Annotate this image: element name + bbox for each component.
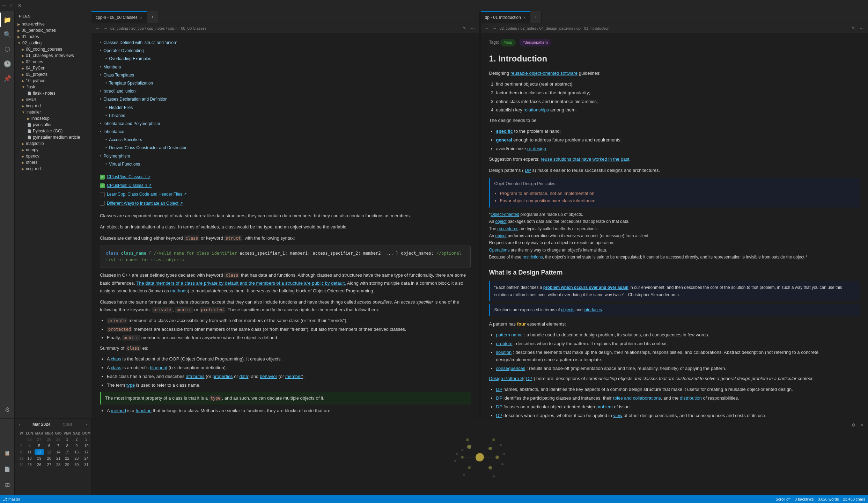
suggestion: Suggestion from experts: reuse solutions…	[489, 155, 860, 163]
activity-icon-bottom-2[interactable]: 📄	[0, 462, 15, 476]
tree-img-md[interactable]: ▶ img_md	[15, 103, 91, 109]
calendar-prev[interactable]: ‹	[17, 422, 22, 427]
tree-pyinstaller-gg[interactable]: 📄 Pyinstaller (GG)	[15, 128, 91, 134]
toc-item[interactable]: • Libraries	[100, 112, 471, 120]
checkbox-2[interactable]: ✓	[100, 183, 105, 188]
tree-02-coding[interactable]: ▼ 02_coding	[15, 40, 91, 46]
edit-icon[interactable]: ✎	[850, 25, 857, 32]
toc-classes-decl[interactable]: • Classes Declaration and Definition	[100, 95, 471, 103]
activity-icon-bottom-1[interactable]: 📋	[0, 446, 15, 460]
list-item: define class interfaces and inheritance …	[496, 98, 860, 105]
tree-flask-notes[interactable]: 📄 flask - notes	[15, 90, 91, 96]
tree-coding-courses[interactable]: ▶ 00_coding_courses	[15, 46, 91, 52]
tree-note-archive[interactable]: ▶ note-archive	[15, 21, 91, 27]
tree-periodic-notes[interactable]: ▶ 00_periodic_notes	[15, 27, 91, 34]
more-options-icon[interactable]: ⋯	[469, 25, 476, 32]
file-md-icon: 📄	[27, 129, 31, 133]
tree-innosetup[interactable]: ▶ innosetup	[15, 115, 91, 122]
tag-oop[interactable]: #oop	[500, 39, 516, 46]
check-link-1[interactable]: CPlusPlus: Classes I ↗	[107, 174, 150, 180]
tree-pyinstaller[interactable]: 📄 pyinstaller	[15, 122, 91, 128]
tree-10-python[interactable]: ▶ 10_python	[15, 78, 91, 84]
left-tab-active[interactable]: cpp-n - 08_00 Classes ✕	[91, 11, 147, 23]
edit-icon[interactable]: ✎	[461, 25, 468, 32]
tag-designpattern[interactable]: #designpattern	[519, 39, 552, 46]
close-icon[interactable]: ✕	[17, 3, 22, 8]
toc-item[interactable]: • Derived Class Constructor and Destruct…	[100, 144, 471, 152]
toc-item[interactable]: • Inheritance and Polymorphism	[100, 120, 471, 128]
graph-expand-icon[interactable]: ✕	[858, 422, 865, 429]
toc-item[interactable]: • Polymorphism	[100, 152, 471, 160]
activity-icon-bottom-3[interactable]: 🖼	[0, 478, 15, 493]
activity-bookmarks[interactable]: 📌	[0, 71, 15, 86]
status-left: ⎇ master	[3, 497, 20, 502]
dp-note: Design Pattern S( DP ) here are: descrip…	[489, 375, 860, 382]
oop-principles-list: Program to an interface, not an implemen…	[500, 190, 856, 205]
toc-section: • Classes Defined with 'struct' and 'uni…	[100, 39, 471, 168]
tree-05-projects[interactable]: ▶ 05_projects	[15, 71, 91, 78]
more-options-icon[interactable]: ⋯	[858, 25, 865, 32]
check-link-4[interactable]: Different Ways to Instantiate an Object …	[107, 200, 183, 207]
activity-search[interactable]: 🔍	[0, 27, 15, 42]
tree-pyinstaller-article[interactable]: 📄 pyinstaller medium article	[15, 134, 91, 140]
toc-item[interactable]: • Access Specifiers	[100, 136, 471, 144]
tree-installer[interactable]: ▼ installer	[15, 109, 91, 115]
tab-close-icon[interactable]: ✕	[140, 16, 142, 20]
minimize-icon[interactable]: —	[1, 3, 7, 8]
tab-close-icon[interactable]: ✕	[523, 16, 526, 20]
left-tab-add[interactable]: +	[147, 11, 158, 23]
toc-item[interactable]: • 'struct' and 'union'	[100, 87, 471, 95]
checkbox-4[interactable]	[100, 201, 105, 206]
activity-explorer[interactable]: 📁	[0, 13, 15, 27]
forward-btn[interactable]: →	[102, 25, 109, 32]
check-link-2[interactable]: CPlusPlus: Classes II ↗	[107, 182, 152, 189]
tree-label: 02_notes	[26, 59, 43, 64]
content-para-1: Classes are an expanded concept of data …	[100, 212, 471, 220]
file-md-icon: 📄	[27, 92, 31, 95]
back-btn[interactable]: ←	[484, 25, 491, 32]
tree-challenges[interactable]: ▶ 01_challenges_interviews	[15, 52, 91, 59]
activity-history[interactable]: 🕒	[0, 57, 15, 71]
toc-inheritance[interactable]: • Inheritance	[100, 128, 471, 136]
svg-point-23	[468, 466, 471, 469]
graph-settings-icon[interactable]: ⚙	[850, 422, 857, 429]
tree-01-notes[interactable]: ▶ 01_notes	[15, 34, 91, 40]
toc-item[interactable]: • Classes Defined with 'struct' and 'uni…	[100, 39, 471, 47]
checkbox-1[interactable]: ✓	[100, 175, 105, 180]
tree-matplotlib[interactable]: ▶ matplotlib	[15, 140, 91, 147]
tree-flask[interactable]: ▼ flask	[15, 84, 91, 90]
right-tab-active[interactable]: dp - 01 Introduction ✕	[481, 11, 530, 23]
tree-opencv[interactable]: ▶ opencv	[15, 153, 91, 159]
toc-item[interactable]: • Virtual Functions	[100, 160, 471, 168]
toc-item[interactable]: • Members	[100, 63, 471, 71]
tree-numpy[interactable]: ▶ numpy	[15, 147, 91, 153]
check-link-3[interactable]: LearnCpp: Class Code and Header Files ↗	[107, 191, 187, 198]
folder-icon: ▶	[22, 48, 24, 51]
back-btn[interactable]: ←	[94, 25, 101, 32]
right-tab-add[interactable]: +	[530, 11, 542, 23]
list-item: specific to the problem at hand;	[496, 128, 860, 135]
list-item: general enough to address future problem…	[496, 137, 860, 144]
maximize-icon[interactable]: □	[9, 3, 15, 8]
calendar-oggi[interactable]: OGGI	[61, 422, 73, 427]
activity-settings[interactable]: ⚙	[0, 402, 15, 417]
toc-item[interactable]: • Template Specialization	[100, 79, 471, 87]
tree-02-notes[interactable]: ▶ 02_notes	[15, 59, 91, 65]
toc-class-templates[interactable]: • Class Templates	[100, 71, 471, 79]
toc-item[interactable]: • Header Files	[100, 104, 471, 112]
calendar-next[interactable]: ›	[84, 422, 88, 427]
checkbox-3[interactable]	[100, 192, 105, 197]
tree-fmui[interactable]: ▶ #MUI	[15, 96, 91, 103]
tree-label: matplotlib	[26, 141, 44, 146]
toc-item[interactable]: • Operator Overloading	[100, 47, 471, 55]
forward-btn[interactable]: →	[491, 25, 498, 32]
folder-icon: ▶	[22, 66, 24, 70]
left-editor-pane: cpp-n - 08_00 Classes ✕ + ← → 02_coding …	[91, 11, 479, 418]
tree-img-md2[interactable]: ▶ img_md	[15, 166, 91, 172]
patterns-intro: Design patterns ( DP s) make it easier t…	[489, 167, 860, 174]
activity-graph[interactable]: ⬡	[0, 42, 15, 57]
list-item: avoid/minimize re-design.	[496, 145, 860, 153]
tree-04-pycon[interactable]: ▶ 04_PyCon	[15, 65, 91, 71]
tree-others[interactable]: ▶ others	[15, 159, 91, 166]
toc-item[interactable]: • Overloading Examples	[100, 55, 471, 63]
